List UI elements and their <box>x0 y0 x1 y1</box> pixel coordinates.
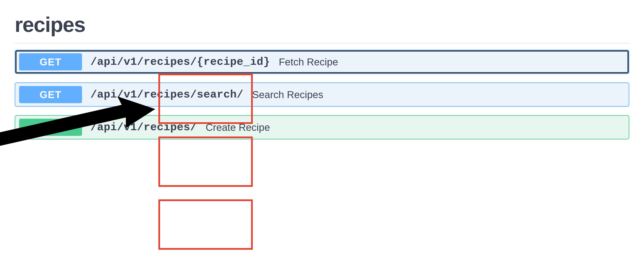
http-method-badge: POST <box>19 119 82 136</box>
endpoint-description: Fetch Recipe <box>279 56 338 68</box>
section-title: recipes <box>15 12 629 37</box>
api-section: recipes GET /api/v1/recipes/{recipe_id} … <box>0 0 644 140</box>
endpoint-path: /api/v1/recipes/ <box>90 121 197 134</box>
endpoint-row-fetch-recipe[interactable]: GET /api/v1/recipes/{recipe_id} Fetch Re… <box>15 50 629 74</box>
annotation-highlight-box <box>158 200 253 250</box>
endpoint-path: /api/v1/recipes/search/ <box>90 88 243 101</box>
endpoint-row-search-recipes[interactable]: GET /api/v1/recipes/search/ Search Recip… <box>15 82 629 107</box>
annotation-highlight-box <box>158 136 253 187</box>
divider <box>15 43 629 44</box>
http-method-badge: GET <box>19 86 82 103</box>
endpoint-path: /api/v1/recipes/{recipe_id} <box>90 56 270 68</box>
endpoint-row-create-recipe[interactable]: POST /api/v1/recipes/ Create Recipe <box>15 115 629 140</box>
endpoint-description: Create Recipe <box>206 122 270 133</box>
http-method-badge: GET <box>19 53 82 70</box>
endpoint-description: Search Recipes <box>252 89 323 100</box>
